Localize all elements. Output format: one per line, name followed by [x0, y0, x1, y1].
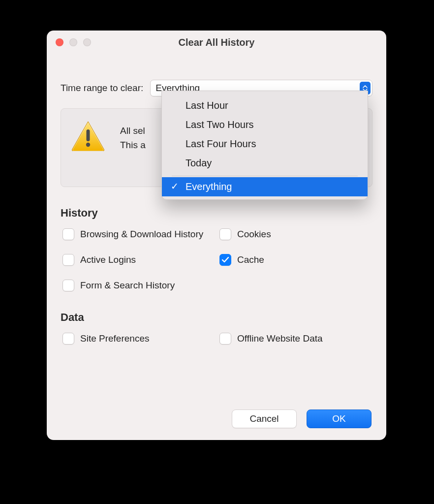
checkbox-active-logins[interactable]: Active Logins	[62, 254, 216, 266]
checkbox-cookies[interactable]: Cookies	[219, 228, 372, 240]
time-range-menu[interactable]: Last Hour Last Two Hours Last Four Hours…	[161, 91, 368, 200]
checkbox-label: Form & Search History	[80, 280, 175, 291]
cancel-button[interactable]: Cancel	[232, 410, 297, 428]
svg-rect-0	[87, 129, 90, 141]
checkbox-box	[219, 228, 231, 240]
clear-history-dialog: Clear All History Time range to clear: E…	[47, 31, 386, 440]
warning-line-1: All sel	[120, 124, 146, 138]
checkbox-label: Browsing & Download History	[80, 229, 203, 240]
checkbox-label: Offline Website Data	[237, 333, 323, 344]
minimize-window-icon[interactable]	[69, 38, 77, 46]
checkbox-label: Site Preferences	[80, 333, 149, 344]
data-checkboxes: Site Preferences Offline Website Data	[61, 333, 372, 345]
section-title-history: History	[61, 207, 372, 220]
checkbox-browsing-history[interactable]: Browsing & Download History	[62, 228, 216, 240]
warning-line-2: This a	[120, 138, 146, 152]
zoom-window-icon[interactable]	[83, 38, 91, 46]
menu-item-today[interactable]: Today	[162, 154, 368, 173]
svg-point-1	[86, 143, 90, 147]
titlebar: Clear All History	[47, 31, 386, 54]
checkbox-box	[219, 333, 231, 345]
warning-icon	[71, 121, 105, 151]
dialog-footer: Cancel OK	[232, 410, 372, 428]
section-title-data: Data	[61, 311, 372, 324]
checkbox-box	[62, 333, 74, 345]
checkbox-box	[62, 280, 74, 291]
warning-text: All sel This a	[120, 121, 146, 153]
time-range-label: Time range to clear:	[61, 83, 143, 94]
menu-item-last-four-hours[interactable]: Last Four Hours	[162, 134, 368, 154]
checkbox-offline-website-data[interactable]: Offline Website Data	[219, 333, 372, 345]
checkbox-cache[interactable]: Cache	[219, 254, 372, 266]
checkbox-label: Cache	[237, 254, 264, 265]
dialog-title: Clear All History	[47, 31, 386, 54]
checkbox-form-search-history[interactable]: Form & Search History	[62, 280, 216, 291]
history-checkboxes: Browsing & Download History Cookies Acti…	[61, 228, 372, 291]
menu-item-last-hour[interactable]: Last Hour	[162, 96, 368, 115]
checkbox-label: Active Logins	[80, 254, 136, 265]
ok-button[interactable]: OK	[307, 410, 372, 428]
window-controls	[56, 38, 91, 46]
checkbox-box	[62, 228, 74, 240]
menu-separator	[172, 176, 358, 176]
checkbox-box	[219, 254, 231, 266]
menu-item-everything[interactable]: Everything	[162, 177, 368, 196]
menu-item-last-two-hours[interactable]: Last Two Hours	[162, 115, 368, 134]
checkbox-box	[62, 254, 74, 266]
close-window-icon[interactable]	[56, 38, 63, 46]
checkbox-site-preferences[interactable]: Site Preferences	[62, 333, 216, 345]
checkbox-label: Cookies	[237, 229, 271, 240]
